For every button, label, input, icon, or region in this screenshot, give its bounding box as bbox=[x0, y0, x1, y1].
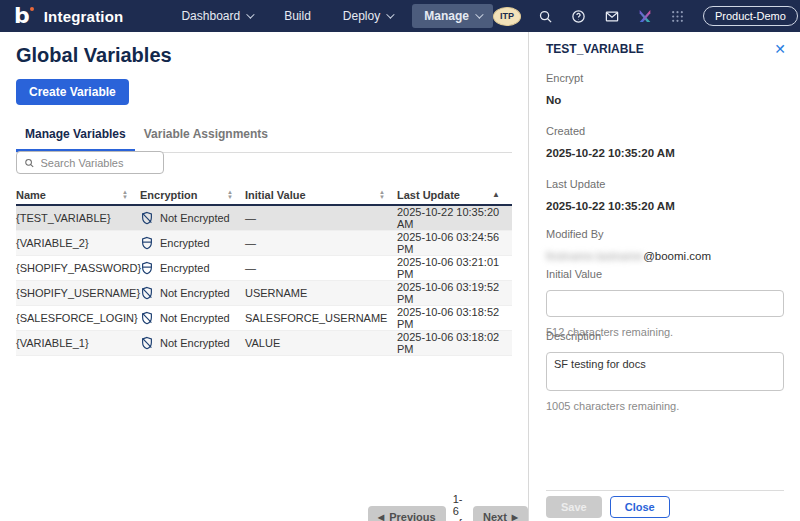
sort-icon[interactable]: ▲▼ bbox=[122, 190, 128, 200]
description-label: Description bbox=[546, 330, 784, 342]
shield-encrypted-icon bbox=[140, 236, 154, 250]
table-row[interactable]: {SHOPIFY_PASSWORD} Encrypted — 2025-10-0… bbox=[16, 256, 512, 281]
table-row[interactable]: {VARIABLE_2} Encrypted — 2025-10-06 03:2… bbox=[16, 231, 512, 256]
cell-initial-value: VALUE bbox=[245, 337, 397, 349]
nav-item-manage[interactable]: Manage bbox=[412, 4, 493, 28]
search-icon[interactable] bbox=[538, 8, 554, 24]
cell-encryption: Encrypted bbox=[160, 262, 210, 274]
help-icon[interactable] bbox=[571, 8, 587, 24]
nav-item-deploy[interactable]: Deploy bbox=[331, 4, 404, 28]
column-header-encryption[interactable]: Encryption ▲▼ bbox=[140, 189, 245, 201]
chevron-down-icon bbox=[386, 10, 394, 18]
nav-item-build[interactable]: Build bbox=[272, 4, 323, 28]
modified-by-value: firstname.lastname@boomi.com bbox=[546, 250, 784, 262]
chevron-down-icon bbox=[475, 10, 483, 18]
cell-last-update: 2025-10-22 10:35:20 AM bbox=[397, 206, 512, 230]
right-arrow-icon: ▶ bbox=[512, 513, 518, 521]
cell-encryption: Not Encrypted bbox=[160, 287, 230, 299]
cell-initial-value: — bbox=[245, 262, 397, 274]
page-range-label: 1-6 of 6 bbox=[453, 493, 466, 521]
created-label: Created bbox=[546, 125, 784, 137]
panel-footer: Save Close bbox=[546, 490, 784, 521]
boomi-ai-icon[interactable] bbox=[637, 8, 653, 24]
app-grid-icon[interactable] bbox=[670, 8, 686, 24]
cell-last-update: 2025-10-06 03:18:02 PM bbox=[397, 331, 512, 355]
table-row[interactable]: {SALESFORCE_LOGIN} Not Encrypted SALESFO… bbox=[16, 306, 512, 331]
detail-panel: TEST_VARIABLE ✕ Encrypt No Created 2025-… bbox=[528, 32, 800, 521]
search-icon bbox=[24, 157, 35, 169]
app-title: Integration bbox=[44, 8, 124, 25]
redacted-username: firstname.lastname bbox=[546, 250, 643, 262]
sort-icon[interactable]: ▲▼ bbox=[379, 190, 385, 200]
shield-not-encrypted-icon bbox=[140, 311, 154, 325]
cell-name: {SHOPIFY_PASSWORD} bbox=[16, 262, 140, 274]
encrypt-label: Encrypt bbox=[546, 72, 784, 84]
search-input[interactable] bbox=[41, 157, 157, 169]
last-update-label: Last Update bbox=[546, 178, 784, 190]
pagination: ◀ Previous 1-6 of 6 Next ▶ bbox=[368, 493, 528, 521]
cell-name: {VARIABLE_1} bbox=[16, 337, 140, 349]
table-row[interactable]: {TEST_VARIABLE} Not Encrypted — 2025-10-… bbox=[16, 206, 512, 231]
cell-name: {TEST_VARIABLE} bbox=[16, 212, 140, 224]
cell-encryption: Not Encrypted bbox=[160, 337, 230, 349]
panel-title: TEST_VARIABLE bbox=[546, 42, 644, 56]
table-row[interactable]: {SHOPIFY_USERNAME} Not Encrypted USERNAM… bbox=[16, 281, 512, 306]
search-variables-box[interactable] bbox=[16, 151, 164, 174]
column-header-last-update[interactable]: Last Update ▲ bbox=[397, 189, 512, 201]
description-hint: 1005 characters remaining. bbox=[546, 400, 784, 412]
modified-by-label: Modified By bbox=[546, 228, 784, 240]
top-navbar: b Integration Dashboard Build Deploy Man… bbox=[0, 0, 800, 32]
main-content: Global Variables Create Variable Manage … bbox=[0, 32, 528, 521]
cell-initial-value: — bbox=[245, 237, 397, 249]
cell-encryption: Not Encrypted bbox=[160, 212, 230, 224]
created-value: 2025-10-22 10:35:20 AM bbox=[546, 147, 784, 159]
chevron-down-icon bbox=[246, 10, 254, 18]
close-button[interactable]: Close bbox=[610, 496, 670, 518]
tab-manage-variables[interactable]: Manage Variables bbox=[16, 120, 135, 152]
initial-value-label: Initial Value bbox=[546, 268, 784, 280]
account-pill[interactable]: Product-Demo bbox=[703, 6, 798, 26]
page-title: Global Variables bbox=[16, 44, 172, 67]
create-variable-button[interactable]: Create Variable bbox=[16, 79, 129, 105]
nav-item-dashboard[interactable]: Dashboard bbox=[169, 4, 264, 28]
cell-name: {VARIABLE_2} bbox=[16, 237, 140, 249]
tab-bar: Manage Variables Variable Assignments bbox=[16, 120, 512, 153]
mail-icon[interactable] bbox=[604, 8, 620, 24]
cell-name: {SALESFORCE_LOGIN} bbox=[16, 312, 140, 324]
cell-last-update: 2025-10-06 03:24:56 PM bbox=[397, 231, 512, 255]
description-input[interactable] bbox=[546, 352, 784, 391]
initial-value-input[interactable] bbox=[546, 290, 784, 317]
cell-initial-value: USERNAME bbox=[245, 287, 397, 299]
close-icon[interactable]: ✕ bbox=[774, 42, 786, 56]
last-update-value: 2025-10-22 10:35:20 AM bbox=[546, 200, 784, 212]
main-nav: Dashboard Build Deploy Manage bbox=[169, 4, 492, 28]
previous-page-button[interactable]: ◀ Previous bbox=[368, 506, 446, 521]
encrypt-value: No bbox=[546, 94, 784, 106]
boomi-logo[interactable]: b bbox=[14, 5, 30, 27]
cell-encryption: Encrypted bbox=[160, 237, 210, 249]
cell-last-update: 2025-10-06 03:21:01 PM bbox=[397, 256, 512, 280]
shield-not-encrypted-icon bbox=[140, 336, 154, 350]
table-header: Name ▲▼ Encryption ▲▼ Initial Value ▲▼ L… bbox=[16, 185, 512, 206]
next-page-button[interactable]: Next ▶ bbox=[473, 506, 528, 521]
cell-last-update: 2025-10-06 03:18:52 PM bbox=[397, 306, 512, 330]
table-row[interactable]: {VARIABLE_1} Not Encrypted VALUE 2025-10… bbox=[16, 331, 512, 356]
cell-initial-value: SALESFORCE_USERNAME bbox=[245, 312, 397, 324]
itp-badge[interactable]: ITP bbox=[493, 7, 521, 26]
shield-not-encrypted-icon bbox=[140, 286, 154, 300]
logo-dot bbox=[30, 7, 34, 11]
column-header-initial-value[interactable]: Initial Value ▲▼ bbox=[245, 189, 397, 201]
tab-variable-assignments[interactable]: Variable Assignments bbox=[135, 120, 277, 152]
save-button[interactable]: Save bbox=[546, 496, 602, 518]
cell-name: {SHOPIFY_USERNAME} bbox=[16, 287, 140, 299]
left-arrow-icon: ◀ bbox=[378, 513, 384, 521]
shield-encrypted-icon bbox=[140, 261, 154, 275]
table-body: {TEST_VARIABLE} Not Encrypted — 2025-10-… bbox=[16, 206, 512, 356]
column-header-name[interactable]: Name ▲▼ bbox=[16, 189, 140, 201]
shield-not-encrypted-icon bbox=[140, 211, 154, 225]
cell-initial-value: — bbox=[245, 212, 397, 224]
sort-ascending-icon[interactable]: ▲ bbox=[492, 190, 500, 199]
sort-icon[interactable]: ▲▼ bbox=[227, 190, 233, 200]
cell-encryption: Not Encrypted bbox=[160, 312, 230, 324]
cell-last-update: 2025-10-06 03:19:52 PM bbox=[397, 281, 512, 305]
